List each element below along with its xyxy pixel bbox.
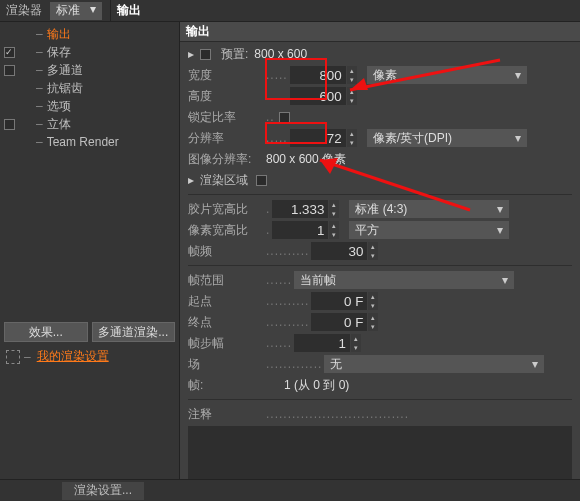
lockratio-checkbox[interactable]	[279, 112, 290, 123]
notes-label: 注释	[188, 406, 264, 423]
tree-item-options[interactable]: –选项	[0, 97, 179, 115]
frames-value: 1 (从 0 到 0)	[282, 377, 349, 394]
tree-item-aa[interactable]: –抗锯齿	[0, 79, 179, 97]
panel-head: 输出	[180, 22, 580, 42]
preset-disclose-icon[interactable]: ▸	[188, 47, 200, 61]
selection-icon	[6, 350, 20, 364]
renderer-select[interactable]: 标准	[50, 2, 102, 20]
height-spinner[interactable]	[347, 87, 357, 105]
preset-value: 800 x 600	[252, 47, 307, 61]
renderer-label: 渲染器	[0, 2, 48, 19]
panel-title-top: 输出	[111, 2, 147, 19]
res-unit-select[interactable]: 像素/英寸(DPI)	[367, 129, 527, 147]
res-input[interactable]	[290, 129, 346, 147]
filmaspect-input[interactable]	[272, 200, 328, 218]
imgres-value: 800 x 600 像素	[264, 151, 346, 168]
effects-button[interactable]: 效果...	[4, 322, 88, 342]
res-label: 分辨率	[188, 130, 264, 147]
checkbox-icon[interactable]	[4, 65, 15, 76]
res-spinner[interactable]	[347, 129, 357, 147]
height-input[interactable]	[290, 87, 346, 105]
pixelaspect-input[interactable]	[272, 221, 328, 239]
preset-label: 预置:	[221, 46, 248, 63]
start-input[interactable]	[311, 292, 367, 310]
filmaspect-select[interactable]: 标准 (4:3)	[349, 200, 509, 218]
checkbox-icon[interactable]	[4, 119, 15, 130]
preset-checkbox[interactable]	[200, 49, 211, 60]
region-disclose-icon[interactable]: ▸	[188, 173, 200, 187]
end-spinner[interactable]	[368, 313, 378, 331]
width-unit-select[interactable]: 像素	[367, 66, 527, 84]
lockratio-label: 锁定比率	[188, 109, 264, 126]
pixelaspect-select[interactable]: 平方	[349, 221, 509, 239]
framerange-label: 帧范围	[188, 272, 264, 289]
start-spinner[interactable]	[368, 292, 378, 310]
fps-label: 帧频	[188, 243, 264, 260]
notes-textarea[interactable]	[188, 426, 572, 479]
my-render-settings-link[interactable]: 我的渲染设置	[37, 348, 109, 365]
bottom-tab-rendersettings[interactable]: 渲染设置...	[62, 482, 144, 500]
width-label: 宽度	[188, 67, 264, 84]
tree-item-output[interactable]: –输出	[0, 25, 179, 43]
width-spinner[interactable]	[347, 66, 357, 84]
tree-item-multipass[interactable]: –多通道	[0, 61, 179, 79]
step-spinner[interactable]	[351, 334, 361, 352]
region-checkbox[interactable]	[256, 175, 267, 186]
imgres-label: 图像分辨率:	[188, 151, 264, 168]
tree-item-teamrender[interactable]: –Team Render	[0, 133, 179, 151]
field-select[interactable]: 无	[324, 355, 544, 373]
step-label: 帧步幅	[188, 335, 264, 352]
end-input[interactable]	[311, 313, 367, 331]
frames-label: 帧:	[188, 377, 264, 394]
tree-item-stereo[interactable]: –立体	[0, 115, 179, 133]
fps-spinner[interactable]	[368, 242, 378, 260]
pixelaspect-label: 像素宽高比	[188, 222, 264, 239]
fps-input[interactable]	[311, 242, 367, 260]
start-label: 起点	[188, 293, 264, 310]
tree-item-save[interactable]: –保存	[0, 43, 179, 61]
multipass-button[interactable]: 多通道渲染...	[92, 322, 176, 342]
region-label: 渲染区域	[200, 172, 248, 189]
step-input[interactable]	[294, 334, 350, 352]
pixelaspect-spinner[interactable]	[329, 221, 339, 239]
filmaspect-label: 胶片宽高比	[188, 201, 264, 218]
field-label: 场	[188, 356, 264, 373]
framerange-select[interactable]: 当前帧	[294, 271, 514, 289]
render-settings-tree: –输出 –保存 –多通道 –抗锯齿 –选项 –立体 –Team Render	[0, 22, 179, 154]
height-label: 高度	[188, 88, 264, 105]
end-label: 终点	[188, 314, 264, 331]
checkbox-icon[interactable]	[4, 47, 15, 58]
width-input[interactable]	[290, 66, 346, 84]
filmaspect-spinner[interactable]	[329, 200, 339, 218]
